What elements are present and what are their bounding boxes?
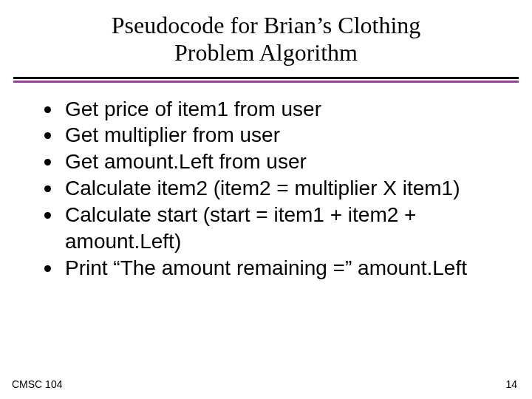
- bullet-list: Get price of item1 from user Get multipl…: [44, 96, 502, 282]
- bullet-text: Get multiplier from user: [65, 123, 280, 146]
- list-item: Get multiplier from user: [44, 122, 502, 149]
- divider-bar-top: [13, 77, 519, 79]
- bullet-text: Print “The amount remaining =” amount.Le…: [65, 256, 467, 279]
- footer-course-code: CMSC 104: [12, 378, 62, 390]
- list-item: Calculate item2 (item2 = multiplier X it…: [44, 175, 502, 202]
- bullet-text: Get amount.Left from user: [65, 150, 307, 173]
- list-item: Get amount.Left from user: [44, 149, 502, 175]
- list-item: Calculate start (start = item1 + item2 +…: [44, 202, 502, 255]
- footer-page-number: 14: [505, 378, 517, 390]
- slide-title: Pseudocode for Brian’s Clothing Problem …: [0, 0, 532, 74]
- bullet-text: Calculate item2 (item2 = multiplier X it…: [65, 177, 460, 200]
- bullet-text: Calculate start (start = item1 + item2 +…: [65, 203, 416, 253]
- content-area: Get price of item1 from user Get multipl…: [0, 83, 532, 282]
- slide: Pseudocode for Brian’s Clothing Problem …: [0, 0, 532, 399]
- title-divider: [13, 77, 519, 83]
- bullet-text: Get price of item1 from user: [65, 98, 321, 120]
- list-item: Get price of item1 from user: [44, 96, 502, 123]
- list-item: Print “The amount remaining =” amount.Le…: [44, 255, 502, 282]
- title-line-2: Problem Algorithm: [174, 39, 358, 66]
- title-line-1: Pseudocode for Brian’s Clothing: [112, 12, 421, 38]
